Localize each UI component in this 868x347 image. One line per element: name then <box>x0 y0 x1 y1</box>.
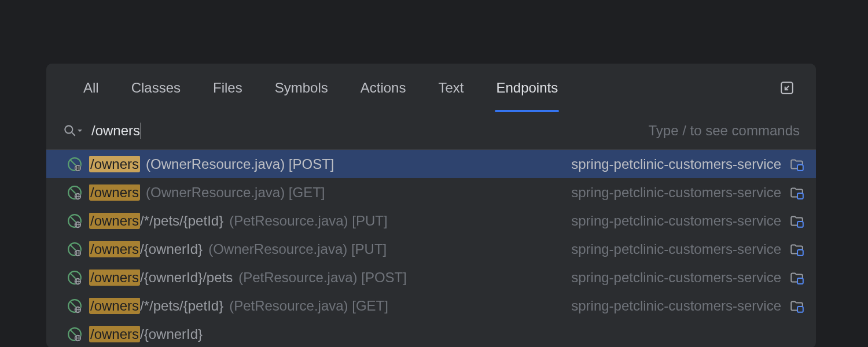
result-path: /owners/{ownerId}/pets <box>89 270 233 286</box>
result-main: /owners/{ownerId}/pets (PetResource.java… <box>89 270 571 286</box>
result-row[interactable]: /owners/*/pets/{petId} (PetResource.java… <box>46 291 816 320</box>
result-module: spring-petclinic-customers-service <box>571 270 781 286</box>
result-main: /owners/*/pets/{petId} (PetResource.java… <box>89 213 571 229</box>
result-context: (PetResource.java) [GET] <box>229 298 388 314</box>
result-path: /owners/*/pets/{petId} <box>89 213 223 229</box>
match-highlight: /owners <box>89 156 140 172</box>
endpoint-icon <box>67 270 82 285</box>
match-highlight: /owners <box>89 270 140 286</box>
tab-label: Endpoints <box>496 80 558 96</box>
open-in-tool-window-button[interactable] <box>779 80 795 96</box>
endpoint-icon <box>67 185 82 200</box>
results-list: /owners (OwnerResource.java) [POST] spri… <box>46 150 816 347</box>
match-highlight: /owners <box>89 326 140 342</box>
search-query-text: /owners <box>91 123 140 139</box>
result-context: (OwnerResource.java) [PUT] <box>208 241 387 257</box>
tab-label: Symbols <box>275 80 328 96</box>
endpoint-icon <box>67 242 82 257</box>
module-icon <box>789 185 804 200</box>
module-icon <box>789 242 804 257</box>
svg-rect-22 <box>797 222 803 227</box>
endpoint-icon <box>67 298 82 313</box>
svg-rect-29 <box>797 250 803 256</box>
tab-symbols[interactable]: Symbols <box>259 64 344 112</box>
result-path: /owners/{ownerId} <box>89 241 203 257</box>
result-module: spring-petclinic-customers-service <box>571 213 781 229</box>
endpoint-icon <box>67 327 82 342</box>
result-row[interactable]: /owners/{ownerId} <box>46 320 816 347</box>
result-main: /owners/{ownerId} (OwnerResource.java) [… <box>89 241 571 257</box>
result-module: spring-petclinic-customers-service <box>571 241 781 257</box>
search-everywhere-dialog: All Classes Files Symbols Actions Text E… <box>46 64 816 347</box>
tab-bar: All Classes Files Symbols Actions Text E… <box>46 64 816 112</box>
result-main: /owners (OwnerResource.java) [GET] <box>89 184 571 201</box>
match-highlight: /owners <box>89 184 140 201</box>
tab-all[interactable]: All <box>67 64 115 112</box>
result-row[interactable]: /owners/{ownerId}/pets (PetResource.java… <box>46 263 816 291</box>
result-path: /owners/{ownerId} <box>89 326 203 342</box>
open-in-tool-window-icon <box>779 80 795 95</box>
svg-rect-8 <box>797 165 803 171</box>
module-icon <box>789 213 804 228</box>
result-main: /owners/*/pets/{petId} (PetResource.java… <box>89 298 571 314</box>
tab-label: All <box>83 80 99 96</box>
search-hint: Type / to see commands <box>649 123 800 139</box>
result-main: /owners (OwnerResource.java) [POST] <box>89 156 571 172</box>
result-context: (PetResource.java) [PUT] <box>229 213 387 229</box>
result-path: /owners <box>89 184 140 201</box>
match-highlight: /owners <box>89 213 140 229</box>
result-module: spring-petclinic-customers-service <box>571 298 781 314</box>
result-module: spring-petclinic-customers-service <box>571 156 781 172</box>
result-row[interactable]: /owners/*/pets/{petId} (PetResource.java… <box>46 206 816 235</box>
result-context: (OwnerResource.java) [POST] <box>146 156 334 172</box>
result-path: /owners <box>89 156 140 172</box>
tab-label: Text <box>438 80 464 96</box>
result-context: (PetResource.java) [POST] <box>238 270 407 286</box>
module-icon <box>789 157 804 172</box>
match-highlight: /owners <box>89 241 140 257</box>
tab-actions[interactable]: Actions <box>344 64 422 112</box>
svg-rect-15 <box>797 193 803 199</box>
endpoint-icon <box>67 157 82 172</box>
svg-rect-43 <box>797 307 803 312</box>
search-row: /owners Type / to see commands <box>46 112 816 150</box>
search-icon <box>62 123 83 138</box>
result-row[interactable]: /owners (OwnerResource.java) [POST] spri… <box>46 150 816 178</box>
module-icon <box>789 270 804 285</box>
tab-label: Classes <box>131 80 181 96</box>
result-context: (OwnerResource.java) [GET] <box>146 184 325 201</box>
endpoint-icon <box>67 213 82 228</box>
module-icon <box>789 298 804 313</box>
tab-text[interactable]: Text <box>422 64 480 112</box>
tab-endpoints[interactable]: Endpoints <box>480 64 574 112</box>
tab-label: Actions <box>361 80 406 96</box>
result-module: spring-petclinic-customers-service <box>571 184 781 201</box>
match-highlight: /owners <box>89 298 140 314</box>
result-row[interactable]: /owners (OwnerResource.java) [GET] sprin… <box>46 178 816 206</box>
tab-files[interactable]: Files <box>197 64 259 112</box>
result-row[interactable]: /owners/{ownerId} (OwnerResource.java) [… <box>46 235 816 263</box>
tab-classes[interactable]: Classes <box>115 64 197 112</box>
tab-label: Files <box>213 80 242 96</box>
result-main: /owners/{ownerId} <box>89 326 804 342</box>
svg-rect-36 <box>797 278 803 284</box>
svg-point-1 <box>65 125 72 133</box>
result-path: /owners/*/pets/{petId} <box>89 298 223 314</box>
